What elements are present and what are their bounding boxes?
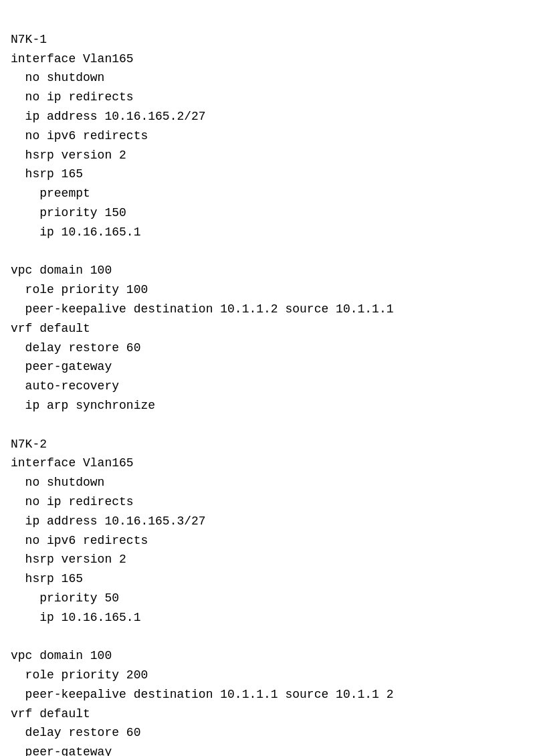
config-line: no ipv6 redirects <box>11 531 532 551</box>
config-line: interface Vlan165 <box>11 50 532 69</box>
config-line: ip 10.16.165.1 <box>11 223 532 242</box>
config-line: ip address 10.16.165.2/27 <box>11 107 532 126</box>
config-line: N7K-1 <box>11 30 532 50</box>
config-line: preempt <box>11 184 532 203</box>
config-line: no ip redirects <box>11 88 532 107</box>
config-line: no ipv6 redirects <box>11 126 532 146</box>
config-line: peer-gateway <box>11 357 532 377</box>
config-line: priority 150 <box>11 203 532 223</box>
config-line: peer-keepalive destination 10.1.1.2 sour… <box>11 300 532 319</box>
config-line: ip address 10.16.165.3/27 <box>11 512 532 531</box>
config-line: vpc domain 100 <box>11 261 532 280</box>
config-line: N7K-2 <box>11 435 532 454</box>
config-line: interface Vlan165 <box>11 454 532 473</box>
config-line: role priority 100 <box>11 280 532 300</box>
config-line: no shutdown <box>11 68 532 88</box>
config-line: role priority 200 <box>11 666 532 685</box>
config-line: no ip redirects <box>11 492 532 512</box>
config-line: ip arp synchronize <box>11 396 532 415</box>
config-line: hsrp 165 <box>11 165 532 184</box>
config-line <box>11 242 532 262</box>
config-display: N7K-1interface Vlan165 no shutdown no ip… <box>11 11 532 756</box>
config-line: auto-recovery <box>11 377 532 396</box>
config-line <box>11 628 532 647</box>
config-line: delay restore 60 <box>11 339 532 358</box>
config-line: delay restore 60 <box>11 723 532 743</box>
config-line: hsrp version 2 <box>11 550 532 569</box>
config-line: hsrp version 2 <box>11 146 532 165</box>
config-line: ip 10.16.165.1 <box>11 608 532 628</box>
config-line: peer-gateway <box>11 743 532 756</box>
config-line: vrf default <box>11 319 532 339</box>
config-line: vrf default <box>11 704 532 724</box>
config-line: hsrp 165 <box>11 569 532 589</box>
config-line <box>11 415 532 435</box>
config-line: priority 50 <box>11 589 532 608</box>
config-line: vpc domain 100 <box>11 646 532 666</box>
config-line: no shutdown <box>11 473 532 492</box>
config-line: peer-keepalive destination 10.1.1.1 sour… <box>11 685 532 704</box>
